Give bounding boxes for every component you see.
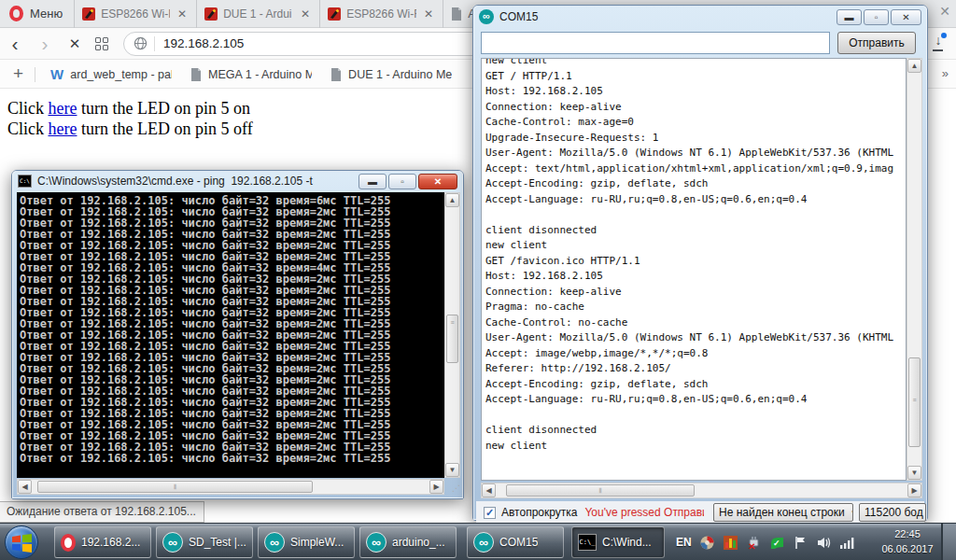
scroll-up-icon[interactable]: ▲: [445, 193, 459, 207]
action-center-flag-icon[interactable]: [793, 535, 808, 551]
serial-monitor-window: ∞ COM15 ▬ ▫ ✕ Отправить new client GET /…: [472, 5, 928, 521]
add-bookmark-button[interactable]: +: [0, 63, 35, 86]
opera-logo-icon: [9, 6, 23, 21]
cmd-output: Ответ от 192.168.2.105: число байт=32 вр…: [17, 192, 444, 464]
scroll-left-icon[interactable]: ◀: [18, 480, 32, 494]
show-desktop-button[interactable]: [941, 524, 956, 560]
tab-esp8266-1[interactable]: ESP8266 Wi-F ✕: [74, 0, 197, 28]
svg-text:✓: ✓: [773, 539, 780, 548]
taskbar-clock[interactable]: 22:45 06.06.2017: [880, 526, 935, 556]
autoscroll-checkbox[interactable]: ✓: [484, 507, 496, 519]
forward-button[interactable]: ›: [30, 30, 60, 58]
scroll-right-icon[interactable]: ▶: [907, 483, 921, 497]
taskbar-button-sdtest[interactable]: ∞ SD_Test |...: [156, 526, 253, 558]
serial-vertical-scrollbar[interactable]: ▲ ≡ ▼: [907, 58, 922, 481]
cmd-title-bar[interactable]: C:\ C:\Windows\system32\cmd.exe - ping 1…: [12, 171, 463, 191]
cmd-window-title: C:\Windows\system32\cmd.exe - ping 192.1…: [37, 175, 353, 188]
cmd-vertical-scrollbar[interactable]: ▲ ≡ ▼: [444, 192, 460, 478]
serial-vscroll-thumb[interactable]: ≡: [908, 357, 921, 447]
tab-favicon-pencil-icon: [204, 7, 218, 21]
bookmark-ard-web-temp[interactable]: W ard_web_temp - pakh: [45, 62, 185, 88]
taskbar-button-opera[interactable]: 192.168.2...: [54, 526, 151, 558]
cmd-horizontal-scrollbar[interactable]: ◀ ⦀ ▶: [17, 479, 444, 495]
browser-menu-button[interactable]: Меню: [0, 0, 74, 28]
baud-rate-value: 115200 бод: [865, 506, 923, 519]
taskbar-button-cmd[interactable]: C:\_ C:\Wind...: [571, 526, 665, 558]
led-off-link[interactable]: here: [49, 119, 77, 138]
windows-logo-icon: [12, 534, 32, 553]
address-divider: [154, 36, 155, 51]
tab-label: ESP8266 Wi-F: [346, 7, 416, 21]
cmd-maximize-button[interactable]: ▫: [388, 174, 416, 189]
bookmark-due1[interactable]: DUE 1 - Arduino Meg: [325, 62, 465, 88]
cmd-close-button[interactable]: ✕: [418, 174, 457, 189]
baud-rate-dropdown[interactable]: 115200 бод: [859, 503, 926, 522]
scroll-down-icon[interactable]: ▼: [907, 466, 921, 480]
serial-hscroll-thumb[interactable]: ⦀: [506, 484, 695, 497]
browser-menu-label: Меню: [30, 7, 63, 21]
speed-dial-icon[interactable]: [95, 37, 108, 50]
taskbar: 192.168.2... ∞ SD_Test |... ∞ SimpleW...…: [0, 523, 956, 560]
serial-minimize-button[interactable]: ▬: [836, 9, 862, 25]
arduino-icon: ∞: [162, 532, 183, 553]
scroll-up-icon[interactable]: ▲: [907, 59, 921, 73]
browser-close-button[interactable]: ✕: [939, 4, 950, 19]
browser-status-text: Ожидание ответа от 192.168.2.105...: [0, 501, 204, 523]
tab-due1[interactable]: DUE 1 - Ardui ✕: [197, 0, 320, 28]
cmd-minimize-button[interactable]: ▬: [358, 174, 387, 189]
serial-title-bar[interactable]: ∞ COM15 ▬ ▫ ✕: [473, 6, 927, 28]
green-check-tray-icon[interactable]: ✓: [769, 535, 785, 551]
volume-icon[interactable]: [816, 535, 832, 551]
clock-time: 22:45: [880, 526, 935, 541]
usb-eject-tray-icon[interactable]: ✕: [746, 535, 762, 551]
bookmarks-overflow-chevron[interactable]: »: [942, 66, 949, 80]
taskbar-button-label: 192.168.2...: [81, 536, 140, 549]
downloads-button[interactable]: ↓: [926, 32, 950, 56]
bookmark-mega1[interactable]: MEGA 1 - Arduino M: [185, 62, 325, 88]
serial-send-input[interactable]: [481, 32, 830, 54]
cmd-vscroll-thumb[interactable]: ≡: [446, 315, 458, 363]
tab-close-icon[interactable]: ✕: [176, 7, 189, 21]
serial-close-button[interactable]: ✕: [891, 9, 921, 25]
tab-close-icon[interactable]: ✕: [422, 7, 435, 21]
stop-button[interactable]: ✕: [60, 30, 90, 58]
taskbar-button-arduino[interactable]: ∞ arduino_...: [359, 526, 457, 558]
scroll-right-icon[interactable]: ▶: [429, 480, 443, 494]
tab-close-icon[interactable]: ✕: [299, 7, 312, 21]
tab-label: DUE 1 - Ardui: [223, 7, 293, 21]
network-signal-icon[interactable]: [839, 535, 855, 551]
app-swirl-tray-icon[interactable]: [699, 535, 715, 551]
scroll-left-icon[interactable]: ◀: [482, 483, 496, 497]
line-ending-dropdown[interactable]: Не найден конец строки ▼: [713, 503, 853, 522]
tab-esp8266-2[interactable]: ESP8266 Wi-F ✕: [320, 0, 443, 28]
desktop: Меню ESP8266 Wi-F ✕ DUE 1 - Ardui ✕ ESP8…: [0, 0, 956, 560]
tab-label: ESP8266 Wi-F: [101, 7, 170, 21]
taskbar-button-label: SD_Test |...: [189, 536, 246, 549]
scroll-down-icon[interactable]: ▼: [445, 463, 459, 477]
cmd-console: Ответ от 192.168.2.105: число байт=32 вр…: [17, 192, 444, 478]
tab-favicon-pencil-icon: [328, 7, 341, 21]
serial-bottom-bar: ✓ Автопрокрутка You've pressed Отправи..…: [476, 501, 924, 524]
serial-output-area: new client GET / HTTP/1.1 Host: 192.168.…: [481, 58, 907, 481]
resize-grip-icon[interactable]: ⋰: [445, 481, 460, 496]
arduino-icon: ∞: [479, 9, 494, 24]
taskbar-button-com15[interactable]: ∞ COM15: [467, 526, 564, 558]
url-text: 192.168.2.105: [163, 36, 244, 50]
taskbar-button-simplew[interactable]: ∞ SimpleW...: [258, 526, 355, 558]
cmd-icon: C:\: [18, 175, 32, 188]
cmd-hscroll-thumb[interactable]: ⦀: [37, 481, 313, 493]
serial-horizontal-scrollbar[interactable]: ◀ ⦀ ▶: [481, 483, 922, 498]
serial-send-button[interactable]: Отправить: [837, 32, 916, 54]
bookmark-label: DUE 1 - Arduino Meg: [348, 68, 452, 81]
bar-chart-tray-icon[interactable]: [723, 535, 738, 551]
cmd-icon: C:\_: [578, 534, 597, 551]
back-button[interactable]: ‹: [0, 30, 30, 58]
serial-maximize-button[interactable]: ▫: [864, 9, 889, 25]
led-on-line: Click here turn the LED on pin 5 on: [7, 99, 250, 119]
document-icon: [330, 68, 342, 81]
globe-icon: [134, 36, 148, 50]
language-indicator[interactable]: EN: [676, 536, 692, 549]
tab-favicon-pencil-icon: [82, 7, 95, 21]
start-button[interactable]: [5, 525, 38, 559]
led-on-link[interactable]: here: [49, 99, 77, 118]
